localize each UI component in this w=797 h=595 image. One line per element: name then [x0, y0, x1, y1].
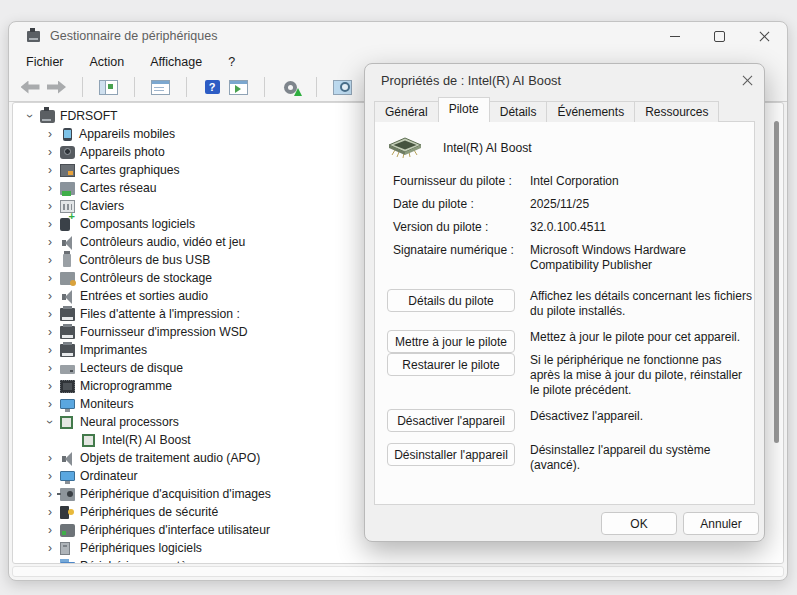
- driver-tab-panel: Intel(R) AI Boost Fournisseur du pilote …: [374, 121, 755, 505]
- chevron-icon[interactable]: [41, 253, 59, 267]
- maximize-icon: [714, 31, 725, 42]
- minimize-button[interactable]: [652, 22, 697, 50]
- disable-device-button[interactable]: Désactiver l'appareil: [387, 409, 515, 432]
- menu-fichier[interactable]: Fichier: [13, 52, 77, 72]
- printer-icon: [60, 344, 75, 357]
- system-device-icon: [60, 562, 75, 565]
- help-icon[interactable]: [199, 75, 225, 99]
- tree-item-label: FDRSOFT: [60, 109, 118, 123]
- update-driver-button[interactable]: Mettre à jour le pilote: [387, 330, 515, 353]
- driver-action-description: Désactivez l'appareil.: [530, 409, 754, 424]
- tree-item-label: Appareils mobiles: [79, 127, 175, 141]
- scan-hardware-changes-icon[interactable]: [277, 75, 303, 99]
- chevron-icon[interactable]: [41, 415, 59, 429]
- statusbar: [12, 566, 784, 577]
- tree-item[interactable]: Périphériques système: [13, 557, 783, 564]
- tab-ressources[interactable]: Ressources: [634, 101, 719, 122]
- forward-icon[interactable]: [43, 75, 69, 99]
- chevron-icon[interactable]: [41, 127, 59, 141]
- toolbar-separator: [69, 75, 95, 99]
- device-name: Intel(R) AI Boost: [443, 141, 532, 155]
- computer-icon: [40, 110, 55, 123]
- action-pane-icon[interactable]: [225, 75, 251, 99]
- menu-affichage[interactable]: Affichage: [137, 52, 215, 72]
- field-value: 2025/11/25: [530, 197, 754, 212]
- search-computer-icon[interactable]: [329, 75, 355, 99]
- rollback-driver-button[interactable]: Restaurer le pilote: [387, 353, 515, 376]
- chevron-icon[interactable]: [41, 271, 59, 285]
- driver-field: Version du pilote : 32.0.100.4511: [393, 220, 754, 235]
- driver-action-description: Affichez les détails concernant les fich…: [530, 289, 754, 319]
- toolbar-separator: [121, 75, 147, 99]
- chevron-icon[interactable]: [41, 145, 59, 159]
- tree-item-label: Neural processors: [80, 415, 179, 429]
- tree-item-label: Périphériques d'interface utilisateur: [80, 523, 270, 537]
- scrollbar-thumb[interactable]: [774, 121, 779, 443]
- chevron-icon[interactable]: [41, 343, 59, 357]
- chevron-icon[interactable]: [41, 379, 59, 393]
- tree-item-label: Périphériques logiciels: [80, 541, 202, 555]
- console-tree-icon[interactable]: [95, 75, 121, 99]
- chevron-icon[interactable]: [41, 397, 59, 411]
- device-header: Intel(R) AI Boost: [375, 136, 754, 160]
- chevron-icon[interactable]: [41, 559, 59, 564]
- chevron-icon[interactable]: [41, 163, 59, 177]
- chevron-icon[interactable]: [41, 289, 59, 303]
- properties-icon[interactable]: [147, 75, 173, 99]
- driver-field: Signataire numérique : Microsoft Windows…: [393, 243, 754, 273]
- chevron-icon[interactable]: [41, 217, 59, 231]
- tab-general[interactable]: Général: [374, 101, 439, 122]
- chevron-icon[interactable]: [41, 523, 59, 537]
- dialog-title: Propriétés de : Intel(R) AI Boost: [381, 73, 561, 88]
- driver-details-button[interactable]: Détails du pilote: [387, 289, 515, 312]
- menu-aide[interactable]: ?: [215, 52, 248, 72]
- driver-actions: Détails du pilote Affichez les détails c…: [375, 289, 754, 473]
- chevron-icon[interactable]: [41, 307, 59, 321]
- menu-action[interactable]: Action: [77, 52, 138, 72]
- driver-action-description: Si le périphérique ne fonctionne pas apr…: [530, 353, 754, 398]
- tree-item-label: Claviers: [80, 199, 124, 213]
- driver-action-row: Désactiver l'appareil Désactivez l'appar…: [387, 409, 754, 432]
- tab-details[interactable]: Détails: [489, 101, 548, 122]
- toolbar-separator: [173, 75, 199, 99]
- tree-scrollbar[interactable]: [771, 105, 782, 561]
- chevron-icon[interactable]: [41, 235, 59, 249]
- dialog-close-button[interactable]: [730, 64, 764, 97]
- chevron-icon[interactable]: [41, 325, 59, 339]
- driver-action-row: Détails du pilote Affichez les détails c…: [387, 289, 754, 319]
- tree-item-label: Cartes graphiques: [80, 163, 180, 177]
- tree-item-label: Objets de traitement audio (APO): [80, 451, 260, 465]
- chevron-icon[interactable]: [41, 451, 59, 465]
- back-icon[interactable]: [17, 75, 43, 99]
- tab-pilote[interactable]: Pilote: [438, 97, 490, 122]
- field-label: Fournisseur du pilote :: [393, 174, 530, 189]
- driver-fields: Fournisseur du pilote : Intel Corporatio…: [375, 174, 754, 273]
- close-button[interactable]: [742, 22, 787, 50]
- chevron-icon[interactable]: [41, 541, 59, 555]
- cancel-button[interactable]: Annuler: [683, 512, 759, 535]
- field-value: 32.0.100.4511: [530, 220, 754, 235]
- chevron-icon[interactable]: [41, 181, 59, 195]
- chevron-icon[interactable]: [41, 505, 59, 519]
- chevron-icon[interactable]: [21, 109, 39, 123]
- chevron-icon[interactable]: [41, 361, 59, 375]
- field-value: Intel Corporation: [530, 174, 754, 189]
- tab-evenements[interactable]: Événements: [546, 101, 635, 122]
- properties-dialog: Propriétés de : Intel(R) AI Boost Généra…: [364, 63, 765, 542]
- tree-item-label: Ordinateur: [80, 469, 138, 483]
- maximize-button[interactable]: [697, 22, 742, 50]
- window-title: Gestionnaire de périphériques: [50, 29, 217, 43]
- ok-button[interactable]: OK: [601, 512, 677, 535]
- dialog-footer: OK Annuler: [365, 505, 764, 541]
- storage-controller-icon: [60, 272, 75, 285]
- tree-item-label: Moniteurs: [80, 397, 134, 411]
- field-label: Version du pilote :: [393, 220, 530, 235]
- uninstall-device-button[interactable]: Désinstaller l'appareil: [387, 443, 515, 466]
- toolbar-separator: [303, 75, 329, 99]
- software-component-icon: [60, 218, 70, 231]
- tree-item-label: Contrôleurs de bus USB: [79, 253, 210, 267]
- tree-item-label: Entrées et sorties audio: [80, 289, 208, 303]
- chevron-icon[interactable]: [41, 469, 59, 483]
- chevron-icon[interactable]: [41, 199, 59, 213]
- close-icon: [759, 31, 770, 42]
